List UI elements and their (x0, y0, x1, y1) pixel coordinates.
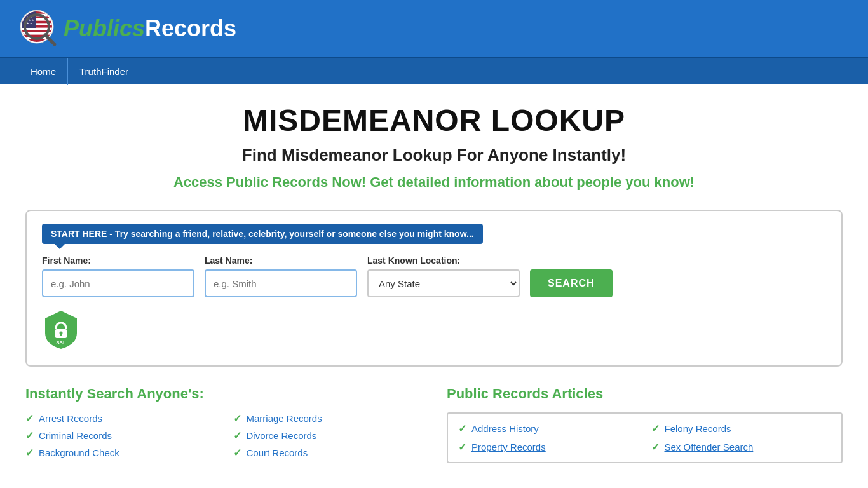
articles-grid: ✓ Address History ✓ Felony Records ✓ Pro… (458, 423, 831, 453)
logo[interactable]: ★ ★ ★ ★ ★ ★ ★ ★ ★ ★ PublicsRecords (19, 9, 236, 48)
main-content: MISDEMEANOR LOOKUP Find Misdemeanor Look… (0, 84, 868, 482)
ssl-shield-icon: SSL (42, 309, 80, 350)
arrest-records-link[interactable]: Arrest Records (39, 413, 102, 424)
checkmark-icon: ✓ (25, 447, 34, 459)
ssl-icon-container: SSL (42, 309, 80, 350)
list-item: ✓ Divorce Records (233, 430, 422, 442)
list-item: ✓ Address History (458, 423, 639, 435)
list-item: ✓ Felony Records (651, 423, 832, 435)
last-name-input[interactable] (205, 269, 357, 297)
location-group: Last Known Location: Any State AlabamaAl… (367, 255, 520, 297)
checkmark-icon: ✓ (651, 423, 660, 435)
felony-records-link[interactable]: Felony Records (665, 423, 731, 434)
first-name-group: First Name: (42, 255, 194, 297)
nav-truthfinder[interactable]: TruthFinder (68, 58, 140, 85)
link-col-1: ✓ Arrest Records ✓ Criminal Records ✓ Ba… (25, 412, 214, 459)
logo-text: PublicsRecords (64, 15, 236, 42)
checkmark-icon: ✓ (651, 441, 660, 453)
list-item: ✓ Sex Offender Search (651, 441, 832, 453)
search-button[interactable]: SEARCH (530, 269, 613, 297)
list-item: ✓ Background Check (25, 447, 214, 459)
ssl-badge: SSL (42, 309, 826, 350)
checkmark-icon: ✓ (233, 430, 241, 442)
instantly-title: Instantly Search Anyone's: (25, 386, 421, 402)
list-item: ✓ Arrest Records (25, 412, 214, 424)
svg-text:SSL: SSL (56, 340, 66, 346)
articles-section: Public Records Articles ✓ Address Histor… (447, 386, 843, 463)
criminal-records-link[interactable]: Criminal Records (39, 430, 112, 441)
checkmark-icon: ✓ (458, 423, 466, 435)
address-history-link[interactable]: Address History (471, 423, 539, 434)
nav-home[interactable]: Home (19, 58, 68, 85)
state-select[interactable]: Any State AlabamaAlaskaArizona ArkansasC… (367, 269, 520, 297)
checkmark-icon: ✓ (233, 412, 241, 424)
page-subtitle: Find Misdemeanor Lookup For Anyone Insta… (25, 146, 843, 165)
list-item: ✓ Court Records (233, 447, 422, 459)
marriage-records-link[interactable]: Marriage Records (247, 413, 322, 424)
location-label: Last Known Location: (367, 255, 520, 266)
site-header: ★ ★ ★ ★ ★ ★ ★ ★ ★ ★ PublicsRecords (0, 0, 868, 57)
search-tooltip: START HERE - Try searching a friend, rel… (42, 224, 483, 244)
instantly-section: Instantly Search Anyone's: ✓ Arrest Reco… (25, 386, 421, 463)
page-title: MISDEMEANOR LOOKUP (25, 103, 843, 138)
page-accent: Access Public Records Now! Get detailed … (25, 174, 843, 191)
background-check-link[interactable]: Background Check (39, 447, 119, 458)
list-item: ✓ Property Records (458, 441, 639, 453)
first-name-input[interactable] (42, 269, 194, 297)
checkmark-icon: ✓ (25, 412, 34, 424)
property-records-link[interactable]: Property Records (471, 442, 546, 452)
checkmark-icon: ✓ (25, 430, 34, 442)
list-item: ✓ Marriage Records (233, 412, 422, 424)
court-records-link[interactable]: Court Records (247, 447, 308, 458)
link-columns: ✓ Arrest Records ✓ Criminal Records ✓ Ba… (25, 412, 421, 459)
search-fields: First Name: Last Name: Last Known Locati… (42, 255, 826, 297)
logo-icon: ★ ★ ★ ★ ★ ★ ★ ★ ★ ★ (19, 9, 58, 48)
checkmark-icon: ✓ (458, 441, 466, 453)
last-name-label: Last Name: (205, 255, 357, 266)
sex-offender-link[interactable]: Sex Offender Search (665, 442, 754, 452)
main-nav: Home TruthFinder (0, 57, 868, 84)
svg-rect-17 (60, 333, 62, 336)
bottom-sections: Instantly Search Anyone's: ✓ Arrest Reco… (25, 386, 843, 463)
last-name-group: Last Name: (205, 255, 357, 297)
search-box: START HERE - Try searching a friend, rel… (25, 210, 843, 367)
divorce-records-link[interactable]: Divorce Records (247, 430, 317, 441)
articles-box: ✓ Address History ✓ Felony Records ✓ Pro… (447, 412, 843, 463)
list-item: ✓ Criminal Records (25, 430, 214, 442)
link-col-2: ✓ Marriage Records ✓ Divorce Records ✓ C… (233, 412, 422, 459)
articles-title: Public Records Articles (447, 386, 843, 402)
checkmark-icon: ✓ (233, 447, 241, 459)
first-name-label: First Name: (42, 255, 194, 266)
